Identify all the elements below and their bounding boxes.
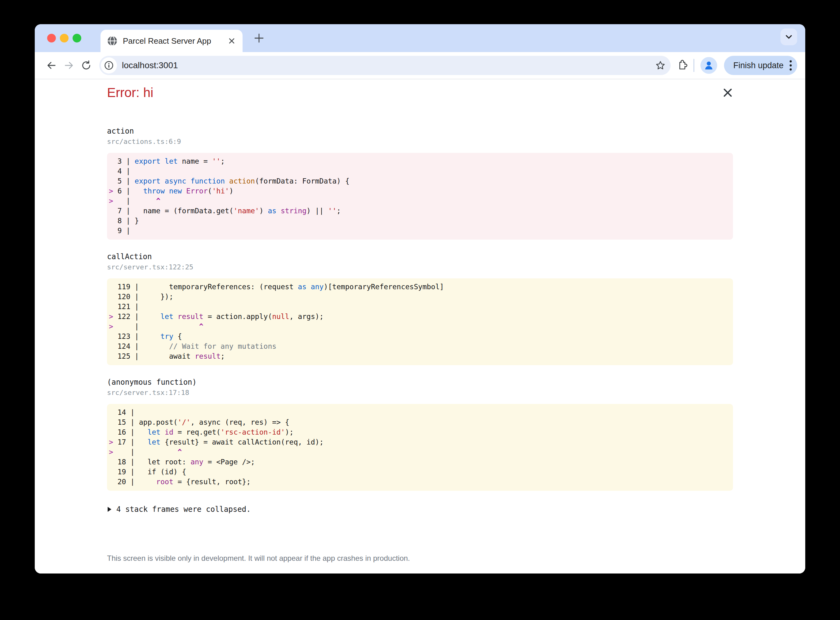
stack-frame: action src/actions.ts:6:9 3 | export let… xyxy=(107,126,733,239)
browser-window: Parcel React Server App xyxy=(35,24,805,573)
code-line: 4 | xyxy=(109,166,730,176)
frame-function: callAction xyxy=(107,252,733,261)
code-line: > | ^ xyxy=(109,196,730,206)
code-line: 20 | root = {result, root}; xyxy=(109,477,730,487)
stack-frame: callAction src/server.tsx:122:25 119 | t… xyxy=(107,252,733,365)
bookmark-star-icon[interactable] xyxy=(655,60,666,71)
code-line: > 17 | let {result} = await callAction(r… xyxy=(109,437,730,447)
frame-location: src/actions.ts:6:9 xyxy=(107,137,733,146)
code-line: 3 | export let name = ''; xyxy=(109,156,730,166)
code-line: > | ^ xyxy=(109,322,730,331)
tab-title: Parcel React Server App xyxy=(123,36,228,46)
profile-avatar[interactable] xyxy=(700,57,717,74)
collapsed-frames-toggle[interactable]: 4 stack frames were collapsed. xyxy=(107,505,250,514)
code-line: > 122 | let result = action.apply(null, … xyxy=(109,312,730,322)
frame-location: src/server.tsx:17:18 xyxy=(107,388,733,397)
overlay-close-icon[interactable] xyxy=(722,87,733,98)
tab-search-chevron-icon[interactable] xyxy=(780,29,797,45)
error-overlay: Error: hi action src/actions.ts:6:9 3 | … xyxy=(35,79,805,573)
code-line: 123 | try { xyxy=(109,331,730,341)
finish-update-label: Finish update xyxy=(733,61,784,71)
collapsed-frames-label: 4 stack frames were collapsed. xyxy=(116,505,250,514)
tab-close-icon[interactable] xyxy=(228,37,236,45)
toolbar-separator xyxy=(694,59,694,72)
reload-icon[interactable] xyxy=(78,57,95,74)
code-block: 3 | export let name = ''; 4 | 5 | export… xyxy=(107,153,733,239)
code-line: 8 | } xyxy=(109,216,730,226)
code-block: 14 | 15 | app.post('/', async (req, res)… xyxy=(107,404,733,491)
overlay-footer: This screen is visible only in developme… xyxy=(107,531,733,573)
code-line: 19 | if (id) { xyxy=(109,467,730,477)
code-line: > | ^ xyxy=(109,447,730,457)
stack-frame: (anonymous function) src/server.tsx:17:1… xyxy=(107,378,733,491)
code-line: 121 | xyxy=(109,302,730,312)
url-bar[interactable]: localhost:3001 xyxy=(99,56,671,75)
url-text[interactable]: localhost:3001 xyxy=(122,60,655,71)
code-line: 120 | }); xyxy=(109,292,730,302)
code-line: 18 | let root: any = <Page />; xyxy=(109,457,730,467)
code-line: 124 | // Wait for any mutations xyxy=(109,341,730,351)
code-line: 14 | xyxy=(109,407,730,417)
code-line: 16 | let id = req.get('rsc-action-id'); xyxy=(109,427,730,437)
footer-line-1: This screen is visible only in developme… xyxy=(107,553,733,564)
browser-toolbar: localhost:3001 Finish update xyxy=(35,52,805,79)
error-title: Error: hi xyxy=(107,85,153,101)
code-block: 119 | temporaryReferences: (request as a… xyxy=(107,278,733,365)
frame-function: action xyxy=(107,126,733,136)
code-line: 125 | await result; xyxy=(109,351,730,361)
code-line: 5 | export async function action(formDat… xyxy=(109,176,730,186)
expand-triangle-icon xyxy=(107,506,112,512)
stack-frames: action src/actions.ts:6:9 3 | export let… xyxy=(107,126,733,491)
code-line: 9 | xyxy=(109,226,730,236)
kebab-menu-icon[interactable] xyxy=(789,60,792,71)
site-info-icon[interactable] xyxy=(101,57,117,74)
new-tab-button[interactable] xyxy=(253,32,265,44)
code-line: 15 | app.post('/', async (req, res) => { xyxy=(109,417,730,427)
zoom-window-button[interactable] xyxy=(72,34,81,42)
finish-update-button[interactable]: Finish update xyxy=(724,56,797,75)
frame-location: src/server.tsx:122:25 xyxy=(107,263,733,272)
forward-icon[interactable] xyxy=(60,57,78,74)
globe-favicon-icon xyxy=(107,36,117,46)
code-line: 119 | temporaryReferences: (request as a… xyxy=(109,282,730,292)
close-window-button[interactable] xyxy=(47,34,56,42)
frame-function: (anonymous function) xyxy=(107,378,733,387)
extensions-icon[interactable] xyxy=(676,60,688,71)
tab-strip: Parcel React Server App xyxy=(35,24,805,52)
back-icon[interactable] xyxy=(43,57,60,74)
error-overlay-header: Error: hi xyxy=(107,85,733,101)
code-line: > 6 | throw new Error('hi') xyxy=(109,186,730,196)
minimize-window-button[interactable] xyxy=(60,34,69,42)
window-controls xyxy=(47,34,81,42)
browser-tab[interactable]: Parcel React Server App xyxy=(101,30,243,52)
code-line: 7 | name = (formData.get('name') as stri… xyxy=(109,206,730,216)
